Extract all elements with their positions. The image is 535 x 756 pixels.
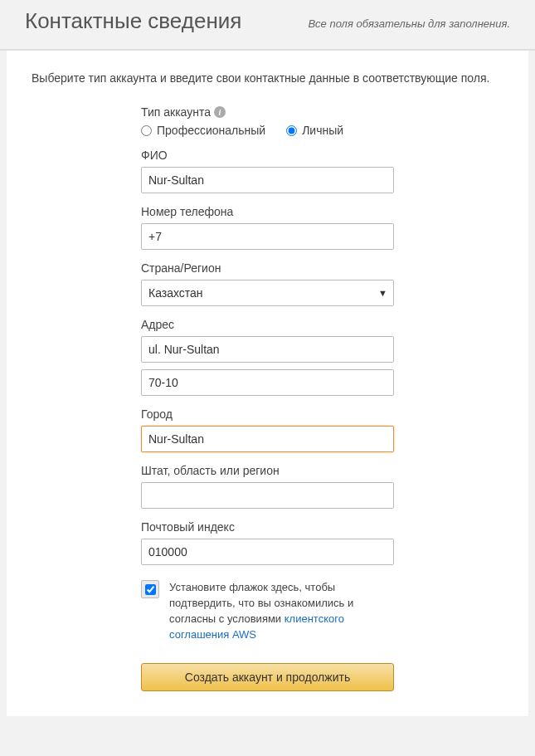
create-account-button[interactable]: Создать аккаунт и продолжить <box>141 663 394 691</box>
country-select[interactable]: Казахстан <box>141 280 394 306</box>
form-content: Выберите тип аккаунта и введите свои кон… <box>7 51 528 716</box>
radio-professional-input[interactable] <box>141 125 152 136</box>
account-type-radios: Профессиональный Личный <box>141 124 394 137</box>
agreement-row: Установите флажок здесь, чтобы подтверди… <box>141 580 394 642</box>
postal-input[interactable] <box>141 539 394 565</box>
form: Тип аккаунта i Профессиональный Личный Ф… <box>141 105 394 691</box>
page-header: Контактные сведения Все поля обязательны… <box>0 0 535 51</box>
city-input[interactable] <box>141 426 394 452</box>
radio-personal[interactable]: Личный <box>286 124 343 137</box>
phone-label: Номер телефона <box>141 205 394 218</box>
address-label: Адрес <box>141 318 394 331</box>
account-type-label-text: Тип аккаунта <box>141 105 211 119</box>
address-line1-input[interactable] <box>141 336 394 363</box>
address-line2-input[interactable] <box>141 369 394 396</box>
full-name-input[interactable] <box>141 167 394 193</box>
state-label: Штат, область или регион <box>141 464 394 477</box>
full-name-label: ФИО <box>141 149 394 162</box>
state-input[interactable] <box>141 482 394 509</box>
required-fields-hint: Все поля обязательны для заполнения. <box>308 17 510 32</box>
intro-text: Выберите тип аккаунта и введите свои кон… <box>32 71 503 85</box>
radio-personal-label: Личный <box>302 124 343 137</box>
agreement-text: Установите флажок здесь, чтобы подтверди… <box>169 580 394 642</box>
radio-professional-label: Профессиональный <box>157 124 265 137</box>
radio-professional[interactable]: Профессиональный <box>141 124 265 137</box>
agreement-checkbox[interactable] <box>145 584 156 595</box>
info-icon[interactable]: i <box>214 106 226 118</box>
postal-label: Почтовый индекс <box>141 520 394 534</box>
radio-personal-input[interactable] <box>286 125 297 136</box>
city-label: Город <box>141 407 394 421</box>
phone-input[interactable] <box>141 223 394 250</box>
agreement-checkbox-wrap[interactable] <box>141 580 159 598</box>
account-type-label: Тип аккаунта i <box>141 105 394 119</box>
country-label: Страна/Регион <box>141 261 394 275</box>
